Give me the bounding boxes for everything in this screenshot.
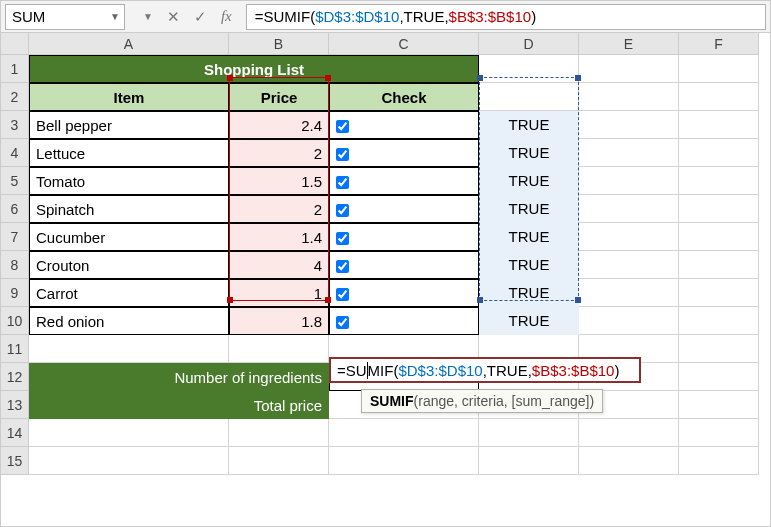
cell-E8[interactable]	[579, 251, 679, 279]
item-name[interactable]: Tomato	[29, 167, 229, 195]
cell-r11-c1[interactable]	[229, 335, 329, 363]
item-true-value[interactable]: TRUE	[479, 195, 579, 223]
item-name[interactable]: Lettuce	[29, 139, 229, 167]
item-name[interactable]: Red onion	[29, 307, 229, 335]
cell-r14-c3[interactable]	[479, 419, 579, 447]
cell-F12[interactable]	[679, 363, 759, 391]
item-name[interactable]: Carrot	[29, 279, 229, 307]
row-header-11[interactable]: 11	[1, 335, 29, 363]
cell-E5[interactable]	[579, 167, 679, 195]
formula-bar-input[interactable]: =SUMIF($D$3:$D$10,TRUE,$B$3:$B$10)	[246, 4, 766, 30]
cell-r15-c4[interactable]	[579, 447, 679, 475]
item-checkbox[interactable]	[336, 120, 349, 133]
item-checkbox[interactable]	[336, 176, 349, 189]
item-checkbox[interactable]	[336, 288, 349, 301]
row-header-15[interactable]: 15	[1, 447, 29, 475]
row-header-8[interactable]: 8	[1, 251, 29, 279]
cell-E6[interactable]	[579, 195, 679, 223]
fx-icon[interactable]: fx	[221, 8, 232, 25]
item-true-value[interactable]: TRUE	[479, 223, 579, 251]
dropdown-icon[interactable]: ▼	[143, 11, 153, 22]
cancel-icon[interactable]: ✕	[167, 8, 180, 26]
cell-D1[interactable]	[479, 55, 579, 83]
cell-r11-c0[interactable]	[29, 335, 229, 363]
cell-r14-c4[interactable]	[579, 419, 679, 447]
row-header-13[interactable]: 13	[1, 391, 29, 419]
row-header-14[interactable]: 14	[1, 419, 29, 447]
enter-icon[interactable]: ✓	[194, 8, 207, 26]
cell-r14-c5[interactable]	[679, 419, 759, 447]
cell-r15-c3[interactable]	[479, 447, 579, 475]
cell-E10[interactable]	[579, 307, 679, 335]
item-check-cell[interactable]	[329, 279, 479, 307]
cell-r15-c5[interactable]	[679, 447, 759, 475]
cell-r15-c1[interactable]	[229, 447, 329, 475]
cell-r15-c2[interactable]	[329, 447, 479, 475]
row-header-12[interactable]: 12	[1, 363, 29, 391]
row-header-9[interactable]: 9	[1, 279, 29, 307]
item-price[interactable]: 2	[229, 195, 329, 223]
cell-E7[interactable]	[579, 223, 679, 251]
col-header-B[interactable]: B	[229, 33, 329, 55]
cell-F6[interactable]	[679, 195, 759, 223]
row-header-2[interactable]: 2	[1, 83, 29, 111]
name-box[interactable]: SUM ▼	[5, 4, 125, 30]
cell-F13[interactable]	[679, 391, 759, 419]
cell-E4[interactable]	[579, 139, 679, 167]
item-true-value[interactable]: TRUE	[479, 111, 579, 139]
col-header-D[interactable]: D	[479, 33, 579, 55]
row-header-5[interactable]: 5	[1, 167, 29, 195]
item-checkbox[interactable]	[336, 316, 349, 329]
chevron-down-icon[interactable]: ▼	[110, 11, 120, 22]
item-name[interactable]: Spinatch	[29, 195, 229, 223]
item-check-cell[interactable]	[329, 307, 479, 335]
item-check-cell[interactable]	[329, 139, 479, 167]
cell-F10[interactable]	[679, 307, 759, 335]
item-true-value[interactable]: TRUE	[479, 307, 579, 335]
item-check-cell[interactable]	[329, 167, 479, 195]
cell-F2[interactable]	[679, 83, 759, 111]
row-header-3[interactable]: 3	[1, 111, 29, 139]
cell-r15-c0[interactable]	[29, 447, 229, 475]
cell-E3[interactable]	[579, 111, 679, 139]
item-price[interactable]: 2	[229, 139, 329, 167]
cell-F9[interactable]	[679, 279, 759, 307]
item-price[interactable]: 2.4	[229, 111, 329, 139]
item-name[interactable]: Cucumber	[29, 223, 229, 251]
item-true-value[interactable]: TRUE	[479, 251, 579, 279]
item-price[interactable]: 1.4	[229, 223, 329, 251]
cell-F3[interactable]	[679, 111, 759, 139]
row-header-10[interactable]: 10	[1, 307, 29, 335]
item-checkbox[interactable]	[336, 232, 349, 245]
item-price[interactable]: 1.8	[229, 307, 329, 335]
cell-r14-c1[interactable]	[229, 419, 329, 447]
item-check-cell[interactable]	[329, 111, 479, 139]
cell-F1[interactable]	[679, 55, 759, 83]
item-name[interactable]: Crouton	[29, 251, 229, 279]
item-check-cell[interactable]	[329, 195, 479, 223]
cell-r11-c5[interactable]	[679, 335, 759, 363]
cell-D2[interactable]	[479, 83, 579, 111]
cell-E9[interactable]	[579, 279, 679, 307]
col-header-A[interactable]: A	[29, 33, 229, 55]
item-checkbox[interactable]	[336, 204, 349, 217]
row-header-7[interactable]: 7	[1, 223, 29, 251]
cell-F4[interactable]	[679, 139, 759, 167]
select-all-corner[interactable]	[1, 33, 29, 55]
row-header-4[interactable]: 4	[1, 139, 29, 167]
col-header-F[interactable]: F	[679, 33, 759, 55]
cell-r14-c0[interactable]	[29, 419, 229, 447]
item-price[interactable]: 4	[229, 251, 329, 279]
row-header-1[interactable]: 1	[1, 55, 29, 83]
cell-r14-c2[interactable]	[329, 419, 479, 447]
item-price[interactable]: 1.5	[229, 167, 329, 195]
cell-F5[interactable]	[679, 167, 759, 195]
item-true-value[interactable]: TRUE	[479, 167, 579, 195]
item-check-cell[interactable]	[329, 223, 479, 251]
cell-E2[interactable]	[579, 83, 679, 111]
item-checkbox[interactable]	[336, 148, 349, 161]
cell-F7[interactable]	[679, 223, 759, 251]
col-header-E[interactable]: E	[579, 33, 679, 55]
item-check-cell[interactable]	[329, 251, 479, 279]
item-true-value[interactable]: TRUE	[479, 139, 579, 167]
